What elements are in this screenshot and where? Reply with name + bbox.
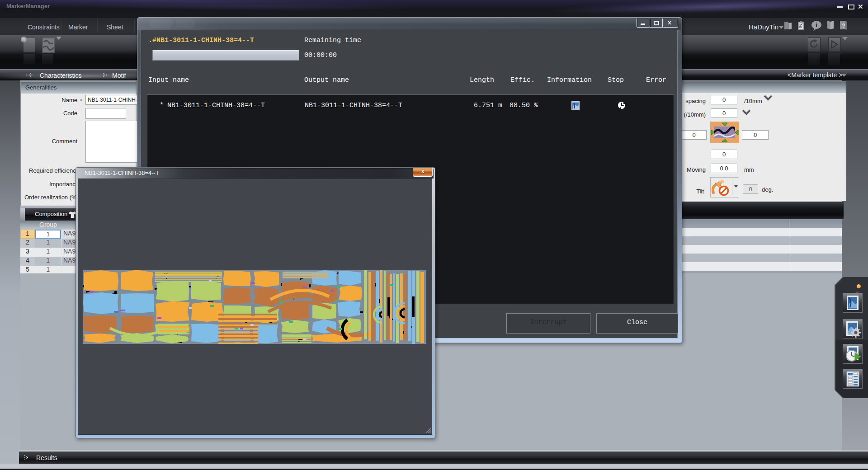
svg-text:i: i — [816, 22, 817, 28]
svg-text:?: ? — [842, 22, 845, 29]
